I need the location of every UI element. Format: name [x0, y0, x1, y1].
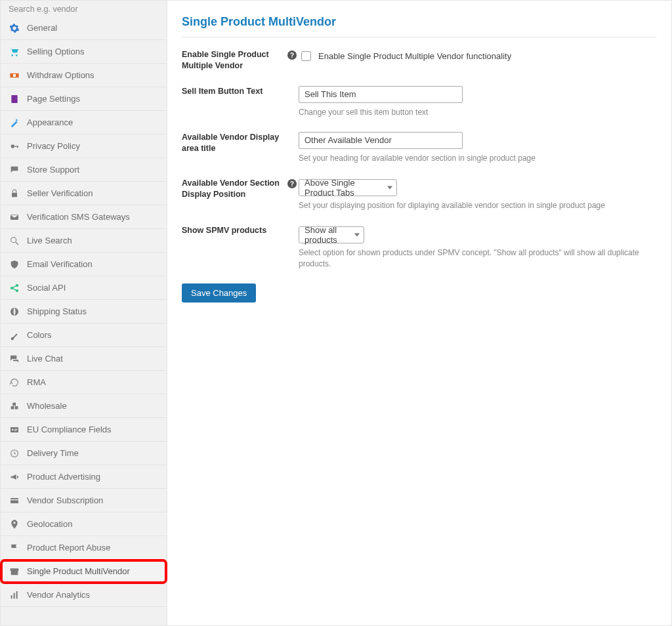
sidebar-item-store-support[interactable]: Store Support: [1, 158, 167, 182]
svg-rect-17: [12, 402, 16, 406]
enable-spmv-checkbox-line[interactable]: Enable Single Product Multiple Vendor fu…: [299, 49, 657, 63]
show-spmv-desc: Select option for shown products under S…: [299, 247, 657, 268]
sidebar-item-shipping-status[interactable]: Shipping Status: [1, 300, 167, 323]
refresh-icon: [9, 377, 20, 388]
sell-button-text-input[interactable]: [299, 86, 463, 103]
sidebar-item-label: Product Report Abuse: [27, 543, 110, 553]
display-position-select[interactable]: Above Single Product Tabs: [299, 179, 397, 196]
enable-spmv-checkbox-label: Enable Single Product Multiple Vendor fu…: [318, 51, 511, 61]
help-icon[interactable]: ?: [287, 51, 297, 60]
sidebar-item-colors[interactable]: Colors: [1, 323, 167, 347]
sidebar-item-withdraw-options[interactable]: Withdraw Options: [1, 64, 167, 87]
sidebar-item-label: Privacy Policy: [27, 141, 80, 151]
svg-rect-21: [14, 430, 16, 430]
sidebar-item-label: Appearance: [27, 117, 73, 127]
show-spmv-select[interactable]: Show all products: [299, 226, 364, 243]
label-show-spmv: Show SPMV products: [182, 225, 285, 236]
sidebar-item-social-api[interactable]: Social API: [1, 276, 167, 300]
sidebar-item-geolocation[interactable]: Geolocation: [1, 512, 167, 536]
sidebar-item-privacy-policy[interactable]: Privacy Policy: [1, 135, 167, 158]
label-vendor-title: Available Vendor Display area title: [182, 132, 285, 154]
sidebar-item-page-settings[interactable]: Page Settings: [1, 87, 167, 111]
app-root: Search e.g. vendor General Selling Optio…: [0, 0, 672, 626]
setting-enable-spmv: Enable Single Product Multiple Vendor ? …: [182, 49, 657, 72]
label-sell-button-text: Sell Item Button Text: [182, 86, 285, 97]
setting-display-position: Available Vendor Section Display Positio…: [182, 178, 657, 211]
sidebar-item-label: Social API: [27, 283, 66, 293]
show-spmv-value: Show all products: [304, 225, 349, 245]
withdraw-icon: [9, 70, 20, 81]
svg-line-13: [12, 288, 16, 290]
sidebar-item-email-verification[interactable]: Email Verification: [1, 253, 167, 276]
svg-rect-26: [14, 593, 15, 598]
flag-icon: [9, 542, 20, 554]
sidebar-item-label: Withdraw Options: [27, 70, 94, 80]
page-icon: [9, 93, 20, 105]
chevron-down-icon: [387, 186, 392, 190]
svg-point-7: [11, 237, 16, 242]
sidebar-nav: General Selling Options Withdraw Options…: [1, 16, 167, 607]
svg-rect-27: [16, 591, 18, 598]
key-icon: [9, 140, 20, 152]
divider: [182, 37, 657, 37]
sidebar-item-general[interactable]: General: [1, 16, 167, 40]
sidebar-item-label: Geolocation: [27, 519, 72, 529]
svg-rect-20: [14, 428, 18, 429]
svg-line-12: [12, 285, 16, 287]
svg-line-8: [16, 242, 18, 245]
search-icon: [9, 235, 20, 247]
sidebar-item-selling-options[interactable]: Selling Options: [1, 40, 167, 64]
sidebar-item-live-search[interactable]: Live Search: [1, 229, 167, 253]
label-display-position: Available Vendor Section Display Positio…: [182, 178, 285, 200]
cart-icon: [9, 46, 20, 58]
store-icon: [9, 566, 20, 577]
lock-icon: [9, 188, 20, 199]
sidebar-item-delivery-time[interactable]: Delivery Time: [1, 442, 167, 465]
sidebar-item-wholesale[interactable]: Wholesale: [1, 394, 167, 418]
svg-rect-25: [11, 595, 12, 598]
sidebar-item-label: Seller Verification: [27, 188, 93, 198]
sidebar-item-rma[interactable]: RMA: [1, 371, 167, 394]
chat-icon: [9, 164, 20, 176]
sidebar-item-single-product-multivendor[interactable]: Single Product MultiVendor: [1, 560, 167, 583]
sidebar-item-label: Vendor Subscription: [27, 495, 103, 505]
sidebar-item-label: Colors: [27, 330, 52, 340]
sidebar-item-label: RMA: [27, 377, 46, 387]
comments-icon: [9, 353, 20, 365]
setting-sell-button-text: Sell Item Button Text Change your sell t…: [182, 86, 657, 117]
sidebar-item-label: Wholesale: [27, 401, 67, 411]
sidebar-item-product-advertising[interactable]: Product Advertising: [1, 465, 167, 489]
sidebar-item-eu-compliance[interactable]: EU Compliance Fields: [1, 418, 167, 442]
display-position-value: Above Single Product Tabs: [304, 178, 382, 198]
setting-show-spmv: Show SPMV products Show all products Sel…: [182, 225, 657, 268]
vendor-title-input[interactable]: [299, 132, 463, 149]
svg-point-19: [12, 428, 14, 430]
label-enable-spmv: Enable Single Product Multiple Vendor: [182, 49, 285, 72]
bar-chart-icon: [9, 589, 20, 601]
svg-rect-24: [10, 499, 18, 500]
sidebar-item-verification-sms-gateways[interactable]: Verification SMS Gateways: [1, 205, 167, 229]
settings-sidebar: Search e.g. vendor General Selling Optio…: [1, 1, 167, 625]
help-icon[interactable]: ?: [287, 179, 297, 188]
enable-spmv-checkbox[interactable]: [301, 51, 311, 61]
gear-icon: [9, 22, 20, 34]
paintbrush-icon: [9, 329, 20, 341]
svg-rect-4: [17, 146, 18, 148]
save-button[interactable]: Save Changes: [182, 283, 256, 303]
sidebar-item-label: Store Support: [27, 165, 79, 175]
chevron-down-icon: [354, 234, 360, 237]
sidebar-item-label: General: [27, 23, 57, 33]
sidebar-item-product-report-abuse[interactable]: Product Report Abuse: [1, 536, 167, 560]
sidebar-item-vendor-analytics[interactable]: Vendor Analytics: [1, 583, 167, 607]
share-icon: [9, 282, 20, 294]
boxes-icon: [9, 400, 20, 412]
sidebar-item-seller-verification[interactable]: Seller Verification: [1, 182, 167, 205]
svg-rect-5: [12, 192, 17, 197]
sidebar-search[interactable]: Search e.g. vendor: [1, 1, 167, 16]
sidebar-item-live-chat[interactable]: Live Chat: [1, 347, 167, 371]
sidebar-item-appearance[interactable]: Appearance: [1, 111, 167, 135]
sidebar-item-label: Live Chat: [27, 354, 63, 364]
sidebar-item-vendor-subscription[interactable]: Vendor Subscription: [1, 489, 167, 512]
sidebar-item-label: Single Product MultiVendor: [27, 566, 130, 576]
id-card-icon: [9, 424, 20, 436]
